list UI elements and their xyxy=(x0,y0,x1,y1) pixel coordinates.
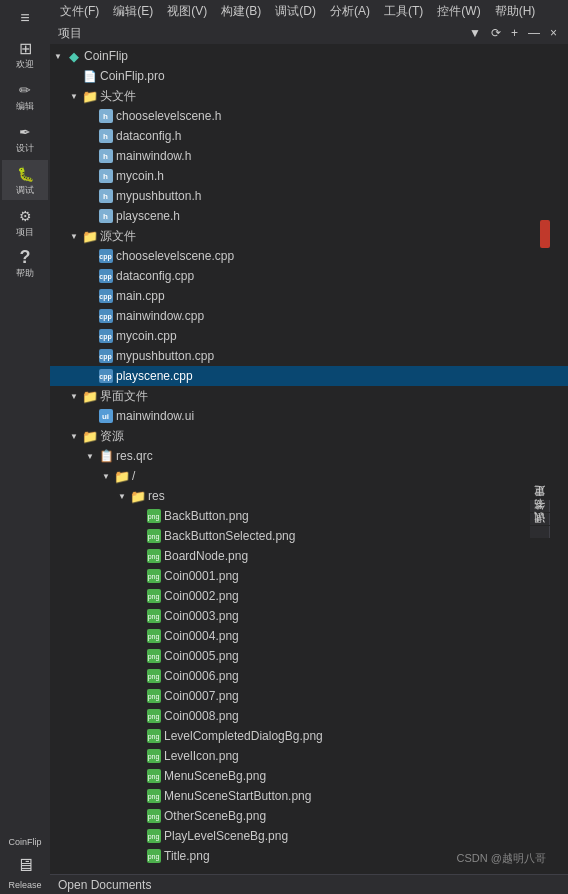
tree-item-res-subfolder[interactable]: ▼ 📁 res xyxy=(50,486,568,506)
sidebar-item-edit[interactable]: ✏ 编辑 xyxy=(2,76,48,116)
expand-icon[interactable] xyxy=(130,808,146,824)
sidebar-item-debug[interactable]: 🐛 调试 xyxy=(2,160,48,200)
expand-icon[interactable] xyxy=(130,628,146,644)
tree-item-coin0001-png[interactable]: png Coin0001.png xyxy=(50,566,568,586)
expand-icon[interactable]: ▼ xyxy=(82,448,98,464)
expand-icon[interactable]: ▼ xyxy=(114,488,130,504)
menu-debug[interactable]: 调试(D) xyxy=(269,1,322,22)
tree-item-otherscenebg-png[interactable]: png OtherSceneBg.png xyxy=(50,806,568,826)
tree-item-boardnode-png[interactable]: png BoardNode.png xyxy=(50,546,568,566)
expand-icon[interactable] xyxy=(130,748,146,764)
tree-item-coinflip-pro[interactable]: 📄 CoinFlip.pro xyxy=(50,66,568,86)
monitor-button[interactable]: 🖥 xyxy=(2,851,48,880)
sidebar-item-help[interactable]: ? 帮助 xyxy=(2,243,48,283)
expand-icon[interactable] xyxy=(82,348,98,364)
expand-icon[interactable] xyxy=(130,588,146,604)
expand-icon[interactable] xyxy=(130,648,146,664)
tree-item-backbuttonselected-png[interactable]: png BackButtonSelected.png xyxy=(50,526,568,546)
tree-item-mycoin-h[interactable]: h mycoin.h xyxy=(50,166,568,186)
filter-icon[interactable]: ▼ xyxy=(466,25,484,41)
tree-item-coin0004-png[interactable]: png Coin0004.png xyxy=(50,626,568,646)
tree-item-coin0008-png[interactable]: png Coin0008.png xyxy=(50,706,568,726)
right-tab-debug[interactable]: 调试 xyxy=(530,526,550,538)
expand-icon[interactable] xyxy=(66,68,82,84)
menu-edit[interactable]: 编辑(E) xyxy=(107,1,159,22)
tree-item-mainwindow-h[interactable]: h mainwindow.h xyxy=(50,146,568,166)
tree-item-coin0002-png[interactable]: png Coin0002.png xyxy=(50,586,568,606)
menu-analyze[interactable]: 分析(A) xyxy=(324,1,376,22)
expand-icon[interactable] xyxy=(82,308,98,324)
expand-icon[interactable] xyxy=(130,788,146,804)
expand-icon[interactable] xyxy=(82,108,98,124)
menu-file[interactable]: 文件(F) xyxy=(54,1,105,22)
expand-icon[interactable] xyxy=(130,768,146,784)
expand-icon[interactable]: ▼ xyxy=(50,48,66,64)
tree-item-coin0003-png[interactable]: png Coin0003.png xyxy=(50,606,568,626)
expand-icon[interactable] xyxy=(82,208,98,224)
tree-item-coin0005-png[interactable]: png Coin0005.png xyxy=(50,646,568,666)
sidebar-item-menu[interactable]: ≡ xyxy=(2,4,48,32)
right-tab-bookmark[interactable]: 书签 xyxy=(530,513,550,525)
tree-item-res-qrc[interactable]: ▼ 📋 res.qrc xyxy=(50,446,568,466)
expand-icon[interactable] xyxy=(82,128,98,144)
expand-icon[interactable] xyxy=(130,608,146,624)
tree-item-source-folder[interactable]: ▼ 📁 源文件 xyxy=(50,226,568,246)
expand-icon[interactable] xyxy=(130,668,146,684)
expand-icon[interactable]: ▼ xyxy=(66,388,82,404)
expand-icon[interactable] xyxy=(82,188,98,204)
tree-item-levelcompleteddialogbg-png[interactable]: png LevelCompletedDialogBg.png xyxy=(50,726,568,746)
expand-icon[interactable] xyxy=(82,148,98,164)
tree-item-dataconfig-h[interactable]: h dataconfig.h xyxy=(50,126,568,146)
tree-item-playscene-h[interactable]: h playscene.h xyxy=(50,206,568,226)
sidebar-item-welcome[interactable]: ⊞ 欢迎 xyxy=(2,34,48,74)
expand-icon[interactable] xyxy=(130,548,146,564)
tree-item-main-cpp[interactable]: cpp main.cpp xyxy=(50,286,568,306)
tree-item-coin0006-png[interactable]: png Coin0006.png xyxy=(50,666,568,686)
sync-icon[interactable]: ⟳ xyxy=(488,25,504,41)
tree-item-backbutton-png[interactable]: png BackButton.png xyxy=(50,506,568,526)
expand-icon[interactable]: ▼ xyxy=(66,228,82,244)
expand-icon[interactable] xyxy=(130,708,146,724)
menu-tools[interactable]: 工具(T) xyxy=(378,1,429,22)
tree-item-playscene-cpp[interactable]: cpp playscene.cpp xyxy=(50,366,568,386)
close-panel-icon[interactable]: × xyxy=(547,25,560,41)
tree-item-coin0007-png[interactable]: png Coin0007.png xyxy=(50,686,568,706)
sidebar-item-design[interactable]: ✒ 设计 xyxy=(2,118,48,158)
expand-icon[interactable] xyxy=(82,368,98,384)
expand-icon[interactable] xyxy=(130,828,146,844)
tree-item-mypushbutton-h[interactable]: h mypushbutton.h xyxy=(50,186,568,206)
add-icon[interactable]: + xyxy=(508,25,521,41)
tree-item-slash-folder[interactable]: ▼ 📁 / xyxy=(50,466,568,486)
tree-item-coinflip-root[interactable]: ▼ ◆ CoinFlip xyxy=(50,46,568,66)
tree-item-mypushbutton-cpp[interactable]: cpp mypushbutton.cpp xyxy=(50,346,568,366)
expand-icon[interactable] xyxy=(130,528,146,544)
tree-item-mainwindow-cpp[interactable]: cpp mainwindow.cpp xyxy=(50,306,568,326)
tree-item-title-png[interactable]: png Title.png xyxy=(50,846,568,866)
tree-item-dataconfig-cpp[interactable]: cpp dataconfig.cpp xyxy=(50,266,568,286)
sidebar-item-project[interactable]: ⚙ 项目 xyxy=(2,202,48,242)
menu-build[interactable]: 构建(B) xyxy=(215,1,267,22)
expand-icon[interactable] xyxy=(82,408,98,424)
expand-icon[interactable] xyxy=(130,508,146,524)
expand-icon[interactable] xyxy=(82,248,98,264)
menu-controls[interactable]: 控件(W) xyxy=(431,1,486,22)
tree-item-playlevelscenebg-png[interactable]: png PlayLevelSceneBg.png xyxy=(50,826,568,846)
tree-item-levelicon-png[interactable]: png LevelIcon.png xyxy=(50,746,568,766)
tree-item-chooselevelscene-h[interactable]: h chooselevelscene.h xyxy=(50,106,568,126)
expand-icon[interactable] xyxy=(82,268,98,284)
tree-item-ui-folder[interactable]: ▼ 📁 界面文件 xyxy=(50,386,568,406)
tree-item-res-folder[interactable]: ▼ 📁 资源 xyxy=(50,426,568,446)
tree-item-mainwindow-ui[interactable]: ui mainwindow.ui xyxy=(50,406,568,426)
tree-item-menuscenesatrtbutton-png[interactable]: png MenuSceneStartButton.png xyxy=(50,786,568,806)
expand-icon[interactable] xyxy=(130,848,146,864)
tree-view[interactable]: ▼ ◆ CoinFlip 📄 CoinFlip.pro ▼ 📁 头文件 h ch… xyxy=(50,44,568,874)
expand-icon[interactable] xyxy=(82,168,98,184)
tree-item-mycoin-cpp[interactable]: cpp mycoin.cpp xyxy=(50,326,568,346)
tree-item-header-folder[interactable]: ▼ 📁 头文件 xyxy=(50,86,568,106)
expand-icon[interactable] xyxy=(130,728,146,744)
expand-icon[interactable] xyxy=(130,568,146,584)
tree-item-chooselevelscene-cpp[interactable]: cpp chooselevelscene.cpp xyxy=(50,246,568,266)
menu-help[interactable]: 帮助(H) xyxy=(489,1,542,22)
menu-view[interactable]: 视图(V) xyxy=(161,1,213,22)
expand-icon[interactable]: ▼ xyxy=(66,88,82,104)
